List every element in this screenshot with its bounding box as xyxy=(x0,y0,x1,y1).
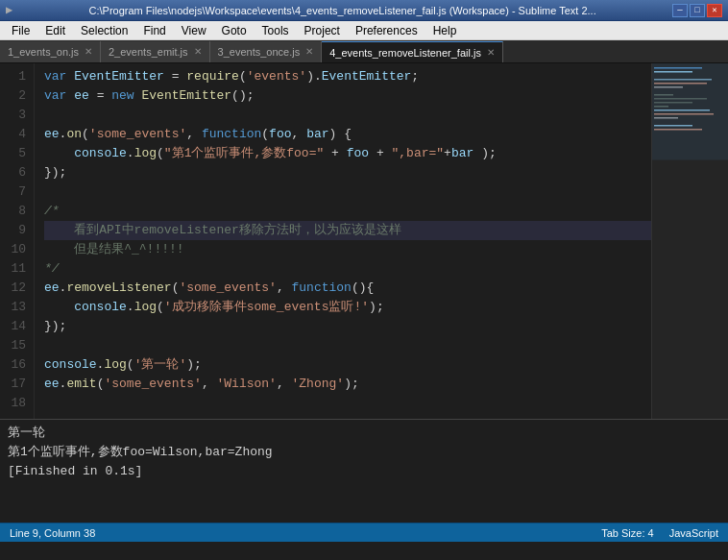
menu-view[interactable]: View xyxy=(174,21,214,39)
code-line-9: 看到API中removeListener移除方法时，以为应该是这样 xyxy=(44,221,651,240)
menu-project[interactable]: Project xyxy=(297,21,348,39)
tab-2-close[interactable]: ✕ xyxy=(194,47,202,57)
code-line-17: ee.emit('some_events', 'Wilson', 'Zhong'… xyxy=(44,375,651,394)
code-line-8: /* xyxy=(44,202,651,221)
menu-tools[interactable]: Tools xyxy=(255,21,297,39)
code-line-1: var EventEmitter = require('events').Eve… xyxy=(44,67,651,86)
line-numbers: 1 2 3 4 5 6 7 8 9 10 11 12 13 14 15 16 1… xyxy=(0,63,35,419)
status-bar: Line 9, Column 38 Tab Size: 4 JavaScript xyxy=(0,523,728,542)
editor[interactable]: 1 2 3 4 5 6 7 8 9 10 11 12 13 14 15 16 1… xyxy=(0,63,728,419)
code-line-2: var ee = new EventEmitter(); xyxy=(44,86,651,106)
code-line-13: console.log('成功移除事件some_events监听!'); xyxy=(44,298,651,317)
title-text: C:\Program Files\nodejs\Workspace\events… xyxy=(12,5,672,16)
tab-4-label: 4_events_removeListener_fail.js xyxy=(329,47,481,59)
code-line-10: 但是结果^_^!!!!! xyxy=(44,240,651,259)
menu-file[interactable]: File xyxy=(4,21,37,39)
code-line-6: }); xyxy=(44,163,651,183)
menu-bar: File Edit Selection Find View Goto Tools… xyxy=(0,21,728,40)
menu-find[interactable]: Find xyxy=(135,21,173,39)
tab-1[interactable]: 1_events_on.js ✕ xyxy=(0,41,101,62)
tab-3-label: 3_events_once.js xyxy=(218,46,301,58)
minimap xyxy=(651,63,728,419)
console-area: 第一轮 第1个监听事件,参数foo=Wilson,bar=Zhong [Fini… xyxy=(0,419,728,523)
console-line-1: 第一轮 xyxy=(8,424,720,443)
tab-size: Tab Size: 4 xyxy=(601,527,653,539)
title-controls: ─ □ ✕ xyxy=(672,4,722,17)
menu-selection[interactable]: Selection xyxy=(73,21,135,39)
minimize-button[interactable]: ─ xyxy=(672,4,688,17)
code-line-15 xyxy=(44,336,651,355)
menu-help[interactable]: Help xyxy=(425,21,465,39)
code-line-18 xyxy=(44,394,651,413)
console-line-3: [Finished in 0.1s] xyxy=(8,462,720,481)
code-line-16: console.log('第一轮'); xyxy=(44,355,651,375)
code-line-5: console.log("第1个监听事件,参数foo=" + foo + ",b… xyxy=(44,144,651,163)
close-button[interactable]: ✕ xyxy=(707,4,722,17)
tab-bar: 1_events_on.js ✕ 2_events_emit.js ✕ 3_ev… xyxy=(0,40,728,63)
cursor-position: Line 9, Column 38 xyxy=(10,527,95,539)
code-line-4: ee.on('some_events', function(foo, bar) … xyxy=(44,125,651,144)
menu-goto[interactable]: Goto xyxy=(214,21,255,39)
language: JavaScript xyxy=(669,527,718,539)
code-line-11: */ xyxy=(44,259,651,279)
tab-2[interactable]: 2_events_emit.js ✕ xyxy=(101,41,210,62)
tab-1-close[interactable]: ✕ xyxy=(85,47,92,57)
code-content[interactable]: var EventEmitter = require('events').Eve… xyxy=(35,63,651,419)
menu-edit[interactable]: Edit xyxy=(37,21,73,39)
svg-rect-14 xyxy=(652,63,728,159)
title-bar: ▶ C:\Program Files\nodejs\Workspace\even… xyxy=(0,0,728,21)
menu-preferences[interactable]: Preferences xyxy=(348,21,425,39)
status-left: Line 9, Column 38 xyxy=(10,527,95,539)
console-line-2: 第1个监听事件,参数foo=Wilson,bar=Zhong xyxy=(8,443,720,462)
code-line-14: }); xyxy=(44,317,651,336)
code-line-3 xyxy=(44,106,651,125)
code-line-12: ee.removeListener('some_events', functio… xyxy=(44,279,651,298)
tab-3[interactable]: 3_events_once.js ✕ xyxy=(210,41,323,62)
tab-3-close[interactable]: ✕ xyxy=(305,47,313,57)
tab-4-close[interactable]: ✕ xyxy=(487,48,495,58)
maximize-button[interactable]: □ xyxy=(690,4,705,17)
code-line-7 xyxy=(44,183,651,202)
minimap-svg xyxy=(652,63,728,419)
title-icon: ▶ xyxy=(6,3,12,17)
tab-1-label: 1_events_on.js xyxy=(8,46,79,58)
tab-2-label: 2_events_emit.js xyxy=(109,46,188,58)
status-right: Tab Size: 4 JavaScript xyxy=(601,527,718,539)
tab-4[interactable]: 4_events_removeListener_fail.js ✕ xyxy=(322,41,503,62)
